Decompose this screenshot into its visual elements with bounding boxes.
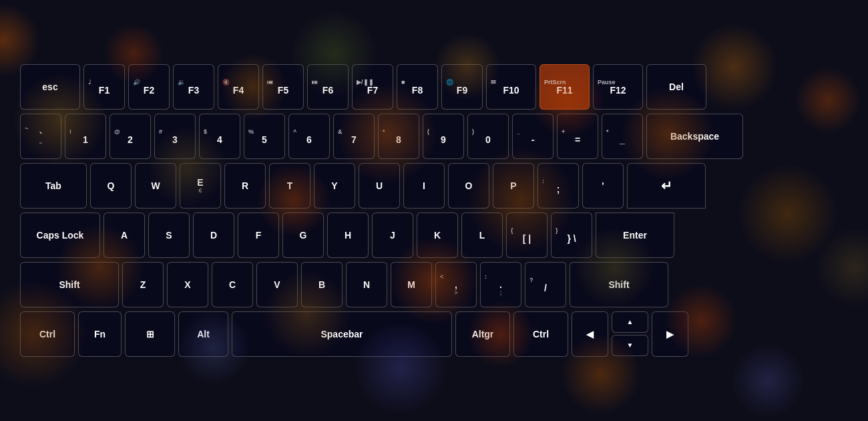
key-shift-right[interactable]: Shift: [570, 262, 668, 307]
key-f2[interactable]: 🔊F2: [128, 64, 170, 110]
key-t[interactable]: T: [269, 163, 310, 208]
key-p[interactable]: P: [493, 163, 534, 208]
key-arrow-up[interactable]: ▲: [612, 311, 648, 333]
key-9[interactable]: (9: [423, 114, 464, 159]
key-a[interactable]: A: [103, 213, 145, 258]
key-shift-left[interactable]: Shift: [20, 262, 119, 307]
key-x[interactable]: X: [167, 262, 208, 307]
key-r[interactable]: R: [224, 163, 266, 208]
key-f4[interactable]: 🔇F4: [218, 64, 259, 110]
key-w[interactable]: W: [135, 163, 176, 208]
qwerty-row: Tab Q W E€ R T Y U I O P :; ' ↵: [20, 163, 848, 208]
key-2[interactable]: @2: [110, 114, 151, 159]
key-enter-top[interactable]: ↵: [627, 163, 706, 208]
key-e[interactable]: E€: [180, 163, 221, 208]
number-row: ~`" !1 @2 #3 $4 %5 ^6 &7 *8 (9 )0 _- += …: [20, 114, 848, 159]
key-backspace[interactable]: Backspace: [646, 114, 743, 159]
key-d[interactable]: D: [193, 213, 234, 258]
key-esc[interactable]: esc: [20, 64, 80, 110]
key-semicolon-upper[interactable]: :;: [537, 163, 579, 208]
arrow-up-down-container: ▲ ▼: [612, 311, 648, 357]
key-f3[interactable]: 🔉F3: [173, 64, 214, 110]
key-o[interactable]: O: [448, 163, 489, 208]
key-v[interactable]: V: [256, 262, 298, 307]
key-apostrophe[interactable]: ': [582, 163, 624, 208]
key-8[interactable]: *8: [378, 114, 419, 159]
key-0[interactable]: )0: [467, 114, 509, 159]
key-star[interactable]: *_: [602, 114, 643, 159]
key-y[interactable]: Y: [314, 163, 355, 208]
key-f6[interactable]: ⏭F6: [307, 64, 349, 110]
key-alt-left[interactable]: Alt: [178, 311, 228, 357]
key-q[interactable]: Q: [90, 163, 132, 208]
zxcv-row: Shift Z X C V B N M <,> :.; ?/ Shift: [20, 262, 848, 307]
key-f11[interactable]: PrtScrnF11: [539, 64, 590, 110]
key-i[interactable]: I: [403, 163, 445, 208]
keyboard: esc ♩F1 🔊F2 🔉F3 🔇F4 ⏮F5 ⏭F6 ▶/❚❚F7 ■F8 🌐…: [13, 57, 855, 364]
bottom-row: Ctrl Fn ⊞ Alt Spacebar Altgr Ctrl ◀ ▲ ▼ …: [20, 311, 848, 357]
key-comma[interactable]: <,>: [435, 262, 477, 307]
key-6[interactable]: ^6: [288, 114, 330, 159]
key-f9[interactable]: 🌐F9: [441, 64, 483, 110]
key-n[interactable]: N: [346, 262, 387, 307]
key-h[interactable]: H: [327, 213, 369, 258]
key-f7[interactable]: ▶/❚❚F7: [352, 64, 393, 110]
key-f10[interactable]: ✉F10: [486, 64, 536, 110]
key-1[interactable]: !1: [65, 114, 106, 159]
key-b[interactable]: B: [301, 262, 343, 307]
key-period[interactable]: :.;: [480, 262, 521, 307]
key-f8[interactable]: ■F8: [397, 64, 438, 110]
key-u[interactable]: U: [359, 163, 400, 208]
key-f12[interactable]: PauseF12: [593, 64, 643, 110]
key-g[interactable]: G: [282, 213, 324, 258]
key-bracket-close[interactable]: }} \: [551, 213, 592, 258]
key-slash[interactable]: ?/: [525, 262, 566, 307]
key-f1[interactable]: ♩F1: [83, 64, 125, 110]
key-win[interactable]: ⊞: [125, 311, 175, 357]
key-caps-lock[interactable]: Caps Lock: [20, 213, 100, 258]
key-5[interactable]: %5: [244, 114, 285, 159]
key-4[interactable]: $4: [199, 114, 240, 159]
key-backtick[interactable]: ~`": [20, 114, 61, 159]
key-m[interactable]: M: [391, 262, 432, 307]
key-arrow-left[interactable]: ◀: [572, 311, 608, 357]
key-arrow-down[interactable]: ▼: [612, 335, 648, 356]
key-k[interactable]: K: [417, 213, 458, 258]
key-3[interactable]: #3: [154, 114, 196, 159]
function-row: esc ♩F1 🔊F2 🔉F3 🔇F4 ⏮F5 ⏭F6 ▶/❚❚F7 ■F8 🌐…: [20, 64, 848, 110]
key-z[interactable]: Z: [122, 262, 164, 307]
key-equals[interactable]: +=: [557, 114, 598, 159]
key-bracket-open[interactable]: {[ |: [506, 213, 548, 258]
key-f5[interactable]: ⏮F5: [262, 64, 304, 110]
key-enter-bottom[interactable]: Enter: [596, 213, 674, 258]
key-s[interactable]: S: [148, 213, 190, 258]
key-arrow-right[interactable]: ▶: [652, 311, 688, 357]
key-spacebar[interactable]: Spacebar: [232, 311, 452, 357]
key-7[interactable]: &7: [333, 114, 375, 159]
key-j[interactable]: J: [372, 213, 413, 258]
key-ctrl-left[interactable]: Ctrl: [20, 311, 75, 357]
key-c[interactable]: C: [212, 262, 253, 307]
key-minus[interactable]: _-: [512, 114, 554, 159]
key-tab[interactable]: Tab: [20, 163, 87, 208]
key-f[interactable]: F: [238, 213, 279, 258]
keyboard-background: esc ♩F1 🔊F2 🔉F3 🔇F4 ⏮F5 ⏭F6 ▶/❚❚F7 ■F8 🌐…: [0, 0, 868, 421]
key-del[interactable]: Del: [646, 64, 706, 110]
key-l[interactable]: L: [461, 213, 503, 258]
asdf-row: Caps Lock A S D F G H J K L {[ | }} \ En…: [20, 213, 848, 258]
key-fn[interactable]: Fn: [78, 311, 122, 357]
key-altgr[interactable]: Altgr: [455, 311, 510, 357]
key-ctrl-right[interactable]: Ctrl: [513, 311, 568, 357]
